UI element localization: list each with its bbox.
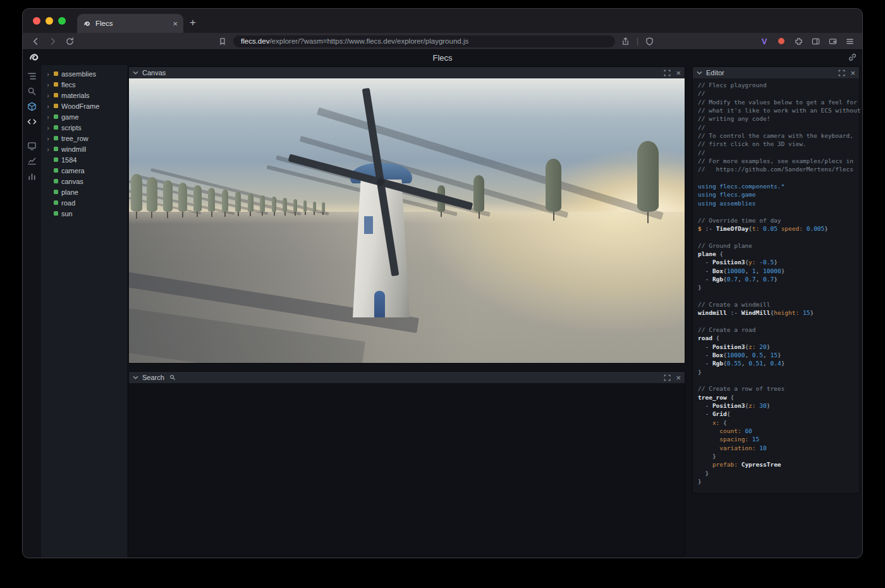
wallet-icon[interactable] [826, 35, 839, 47]
tree-item-materials[interactable]: ›materials [41, 90, 127, 101]
expand-icon[interactable] [664, 70, 671, 77]
minimize-window-button[interactable] [46, 17, 53, 25]
tree-item-camera[interactable]: camera [41, 165, 127, 176]
tree-item-scripts[interactable]: ›scripts [41, 122, 127, 133]
tree-item-label: 1584 [61, 156, 76, 164]
tree-item-sun[interactable]: sun [41, 208, 127, 219]
tree-trunk [553, 212, 554, 221]
tree-trunk [224, 212, 226, 217]
bars-icon[interactable] [27, 171, 37, 181]
expand-arrow-icon[interactable]: › [46, 70, 51, 78]
expand-arrow-icon[interactable]: › [46, 124, 51, 132]
expand-arrow-icon[interactable]: › [46, 92, 51, 99]
tree-item-label: windmill [61, 145, 86, 153]
tree-trunk [151, 212, 152, 218]
expand-icon[interactable] [664, 374, 671, 381]
menu-icon[interactable] [843, 35, 856, 47]
side-panel-icon[interactable] [809, 35, 822, 47]
search-panel-title: Search [142, 374, 164, 381]
cypress-tree [322, 202, 325, 212]
tree-item-label: scripts [61, 124, 82, 132]
editor-code[interactable]: // Flecs playground//// Modify the value… [693, 78, 859, 493]
tree-item-windmill[interactable]: ›windmill [41, 144, 127, 154]
canvas-3d-view[interactable] [129, 78, 685, 363]
expand-arrow-icon[interactable]: › [46, 102, 51, 110]
tree-trunk [647, 212, 649, 223]
forward-button[interactable] [46, 35, 59, 47]
tree-trunk [295, 212, 296, 216]
tree-trunk [274, 212, 275, 216]
code-line: - Rgb{0.55, 0.51, 0.4} [698, 360, 857, 368]
close-icon[interactable]: × [850, 69, 855, 77]
tree-item-label: assemblies [61, 70, 96, 78]
reload-button[interactable] [63, 35, 76, 47]
tree-item-plane[interactable]: plane [41, 187, 127, 197]
shield-icon[interactable] [643, 35, 656, 47]
collapse-chevron-icon[interactable] [133, 70, 138, 76]
url-path: /explorer/?wasm=https://www.flecs.dev/ex… [269, 37, 468, 45]
cypress-tree [131, 174, 142, 212]
red-extension-icon[interactable] [775, 35, 788, 47]
tree-item-canvas[interactable]: canvas [41, 176, 127, 187]
module-square-icon [54, 82, 58, 87]
bookmark-sidebar-icon[interactable] [216, 35, 229, 47]
close-icon[interactable]: × [676, 374, 681, 382]
code-line: // To control the camera with the keyboa… [698, 132, 857, 140]
entity-square-icon [54, 190, 58, 194]
tree-trunk [262, 212, 263, 216]
editor-panel-title: Editor [706, 69, 724, 77]
expand-arrow-icon[interactable]: › [46, 113, 51, 121]
expand-arrow-icon[interactable]: › [46, 135, 51, 142]
permalink-icon[interactable] [848, 52, 857, 62]
module-square-icon [54, 71, 58, 76]
cypress-tree [272, 197, 276, 212]
extensions-puzzle-icon[interactable] [792, 35, 805, 47]
browser-tab-flecs[interactable]: Flecs × [77, 14, 183, 33]
close-window-button[interactable] [33, 17, 40, 25]
tree-item-assemblies[interactable]: ›assemblies [41, 68, 127, 79]
new-tab-button[interactable]: + [183, 16, 204, 33]
tree-item-label: camera [61, 167, 85, 175]
expand-arrow-icon[interactable]: › [46, 81, 51, 89]
entity-square-icon [54, 114, 58, 119]
tab-close-icon[interactable]: × [173, 19, 178, 28]
tree-trunk [197, 212, 198, 217]
close-icon[interactable]: × [676, 69, 681, 77]
url-bar[interactable]: flecs.dev/explorer/?wasm=https://www.fle… [233, 35, 615, 47]
tab-strip: Flecs × + [23, 9, 862, 33]
collapse-chevron-icon[interactable] [697, 70, 702, 76]
main-column: Canvas × [127, 65, 688, 558]
collapse-chevron-icon[interactable] [133, 375, 138, 381]
code-icon[interactable] [27, 116, 37, 126]
browser-window: Flecs × + flecs.dev/explorer/?wasm=https… [23, 9, 862, 558]
tree-item-road[interactable]: road [41, 197, 127, 208]
code-line: // Modify the values below to get a feel… [698, 99, 857, 107]
code-line [698, 233, 857, 242]
zoom-window-button[interactable] [58, 17, 66, 25]
code-line: using flecs.game [698, 191, 857, 199]
cypress-tree [283, 198, 287, 212]
window-icon[interactable] [27, 140, 37, 150]
entity-square-icon [54, 157, 58, 162]
code-line: // [698, 90, 857, 98]
expand-icon[interactable] [838, 70, 845, 77]
page-header: Flecs [23, 50, 862, 65]
tree-item-1584[interactable]: 1584 [41, 154, 127, 165]
v-extension-icon[interactable]: V [758, 35, 771, 47]
back-button[interactable] [29, 35, 42, 47]
cube-icon[interactable] [27, 101, 37, 111]
share-icon[interactable] [620, 35, 632, 47]
search-icon[interactable] [27, 86, 37, 96]
cypress-tree [208, 188, 215, 212]
expand-arrow-icon[interactable]: › [46, 145, 51, 153]
tree-item-tree_row[interactable]: ›tree_row [41, 133, 127, 144]
chart-icon[interactable] [27, 156, 37, 166]
tree-item-WoodFrame[interactable]: ›WoodFrame [41, 101, 127, 111]
entity-square-icon [54, 147, 58, 151]
red-dot-icon [778, 38, 784, 44]
search-results-area[interactable] [129, 383, 685, 556]
code-line: - Position3{z: 30} [698, 402, 857, 410]
tree-item-game[interactable]: ›game [41, 111, 127, 122]
outline-icon[interactable] [27, 71, 37, 81]
tree-item-flecs[interactable]: ›flecs [41, 79, 127, 90]
